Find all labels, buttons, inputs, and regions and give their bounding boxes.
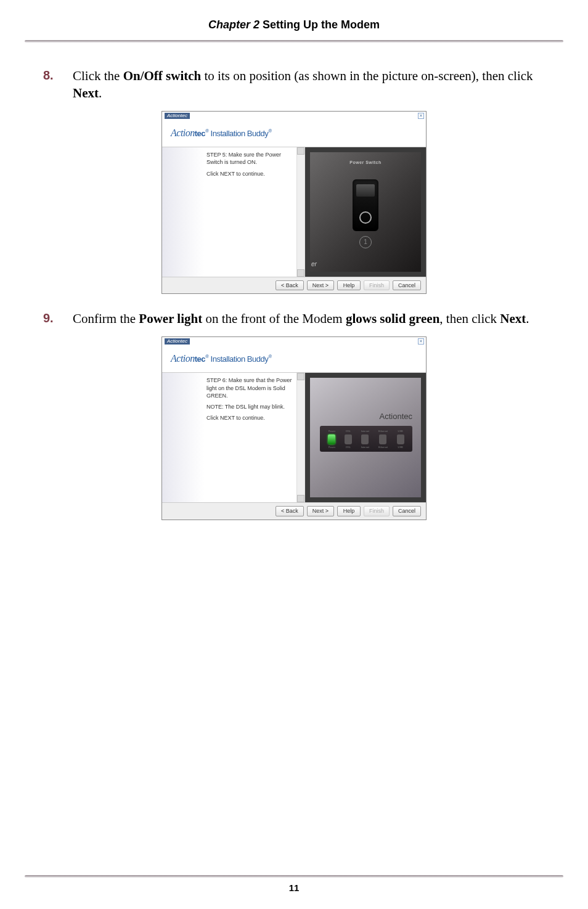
power-switch-photo: Power Switch 1 er (310, 152, 421, 272)
power-switch-label: Power Switch (349, 160, 382, 165)
scrollbar[interactable] (296, 373, 305, 502)
brand-suffix: tec (195, 129, 205, 138)
text-segment: to its on position (as shown in the pict… (201, 68, 533, 83)
text-bold: Next (73, 86, 99, 100)
led-light-off (361, 434, 369, 444)
brand-logo: Actiontec® Installation Buddy® (171, 353, 272, 364)
wizard-body: STEP 5: Make sure the Power Switch is tu… (162, 147, 426, 277)
text-segment: . (526, 311, 529, 326)
wizard-body: STEP 6: Make sure that the Power light o… (162, 373, 426, 502)
led-ethernet: Ethernet Ethernet (378, 430, 388, 449)
step-text: Click the On/Off switch to its on positi… (73, 67, 545, 102)
step-number: 8. (43, 67, 73, 102)
finish-button: Finish (364, 280, 390, 290)
photo-cropped-text: er (311, 260, 317, 269)
led-light-green (328, 434, 335, 444)
next-button[interactable]: Next > (307, 506, 334, 516)
brand-prod-reg: ® (268, 128, 271, 133)
next-button[interactable]: Next > (307, 280, 334, 290)
step-8: 8. Click the On/Off switch to its on pos… (43, 67, 545, 102)
page-footer: 11 (0, 875, 588, 893)
wizard-image-panel: Actiontec Power Power DSL DSL (305, 373, 426, 502)
back-button[interactable]: < Back (276, 506, 304, 516)
scroll-down-icon[interactable] (297, 269, 304, 277)
text-bold: On/Off switch (123, 68, 202, 83)
led-label: USB (398, 446, 403, 449)
page-number: 11 (0, 883, 588, 893)
wizard-titlebar: Actiontec ✕ (162, 337, 426, 346)
text-segment: . (99, 86, 102, 100)
wizard-instructions: STEP 6: Make sure that the Power light o… (204, 373, 296, 502)
brand-prefix: Action (380, 412, 402, 421)
modem-front-photo: Actiontec Power Power DSL DSL (310, 378, 421, 497)
help-button[interactable]: Help (337, 280, 361, 290)
step-text: Confirm the Power light on the front of … (73, 310, 545, 327)
modem-brand-text: Actiontec (380, 410, 412, 422)
scroll-down-icon[interactable] (297, 495, 304, 502)
wizard-button-bar: < Back Next > Help Finish Cancel (162, 277, 426, 293)
page-header: Chapter 2 Setting Up the Modem (0, 0, 588, 38)
led-label: Power (329, 446, 335, 449)
text-bold: glows solid green (346, 311, 439, 326)
led-label: DSL (346, 430, 351, 433)
brand-suffix: tec (195, 354, 205, 364)
wizard-window: Actiontec ✕ Actiontec® Installation Budd… (161, 336, 427, 520)
content-area: 8. Click the On/Off switch to its on pos… (0, 43, 588, 520)
led-dsl: DSL DSL (345, 430, 352, 449)
led-label: Internet (361, 446, 370, 449)
wizard-button-bar: < Back Next > Help Finish Cancel (162, 502, 426, 519)
switch-power-symbol: 1 (359, 236, 372, 248)
led-light-off (345, 434, 352, 444)
text-segment: Click the (73, 68, 123, 83)
wizard-screenshot-1: Actiontec ✕ Actiontec® Installation Budd… (43, 111, 545, 295)
wizard-title-badge: Actiontec (165, 113, 190, 119)
cancel-button[interactable]: Cancel (393, 506, 421, 516)
wizard-banner: Actiontec® Installation Buddy® (162, 346, 426, 373)
help-button[interactable]: Help (337, 506, 361, 516)
led-label: DSL (346, 446, 351, 449)
text-bold: Power light (139, 311, 202, 326)
text-bold: Next (500, 311, 526, 326)
brand-logo: Actiontec® Installation Buddy® (171, 128, 272, 138)
scrollbar[interactable] (296, 147, 305, 277)
wizard-left-gradient (162, 147, 204, 277)
step-9: 9. Confirm the Power light on the front … (43, 310, 545, 327)
instruction-line: STEP 6: Make sure that the Power light o… (206, 377, 293, 399)
brand-prod-reg: ® (268, 353, 271, 359)
wizard-window: Actiontec ✕ Actiontec® Installation Budd… (161, 111, 427, 295)
led-label: Ethernet (378, 446, 388, 449)
wizard-image-panel: Power Switch 1 er (305, 147, 426, 277)
back-button[interactable]: < Back (276, 280, 304, 290)
led-light-off (379, 434, 386, 444)
wizard-titlebar: Actiontec ✕ (162, 112, 426, 120)
cancel-button[interactable]: Cancel (393, 280, 421, 290)
brand-suffix: tec (402, 412, 412, 421)
scroll-up-icon[interactable] (297, 147, 304, 155)
led-label: Power (329, 430, 335, 433)
led-light-off (397, 434, 404, 444)
led-label: Internet (361, 430, 370, 433)
chapter-title: Setting Up the Modem (259, 18, 380, 31)
close-icon[interactable]: ✕ (418, 338, 424, 344)
wizard-banner: Actiontec® Installation Buddy® (162, 120, 426, 148)
brand-prefix: Action (171, 128, 195, 138)
switch-rocker-top (356, 184, 375, 197)
wizard-instructions: STEP 5: Make sure the Power Switch is tu… (204, 147, 296, 277)
led-usb: USB USB (397, 430, 404, 449)
text-segment: on the front of the Modem (202, 311, 346, 326)
brand-product: Installation Buddy (208, 354, 268, 364)
brand-product: Installation Buddy (208, 129, 268, 138)
led-power: Power Power (328, 430, 335, 449)
chapter-label: Chapter 2 (208, 18, 259, 31)
instruction-line: Click NEXT to continue. (206, 170, 293, 177)
led-label: Ethernet (378, 430, 388, 433)
led-label: USB (398, 430, 403, 433)
close-icon[interactable]: ✕ (418, 113, 424, 119)
scroll-up-icon[interactable] (297, 373, 304, 380)
text-segment: Confirm the (73, 311, 139, 326)
finish-button: Finish (364, 506, 390, 516)
led-internet: Internet Internet (361, 430, 370, 449)
footer-divider (25, 875, 563, 878)
instruction-line: STEP 5: Make sure the Power Switch is tu… (206, 151, 293, 166)
brand-prefix: Action (171, 353, 195, 364)
